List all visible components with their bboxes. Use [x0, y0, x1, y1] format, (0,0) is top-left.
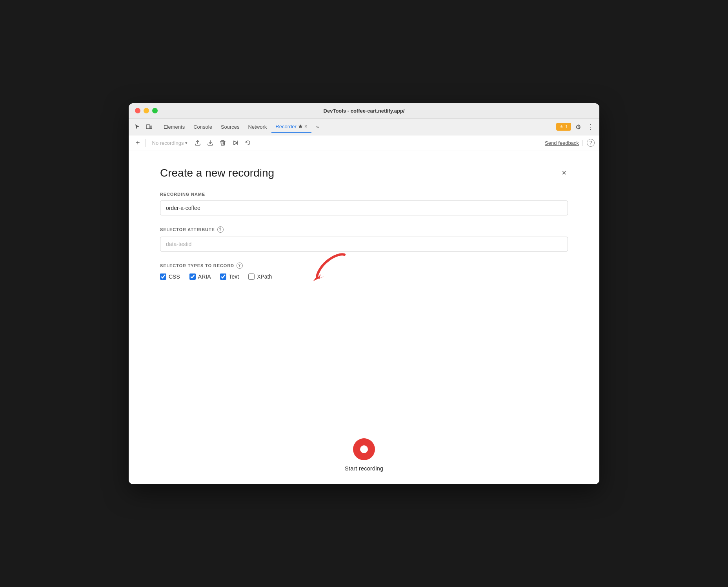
dropdown-chevron-icon: ▾ [185, 140, 187, 146]
replay-icon [245, 140, 251, 146]
settings-icon[interactable]: ⚙ [573, 121, 584, 132]
selector-attribute-label: SELECTOR ATTRIBUTE ? [160, 226, 568, 233]
fullscreen-traffic-light[interactable] [152, 108, 158, 113]
device-icon[interactable] [144, 121, 155, 132]
export-icon [195, 140, 201, 146]
tab-elements[interactable]: Elements [160, 122, 189, 132]
play-button[interactable] [230, 138, 241, 148]
text-checkbox[interactable] [220, 273, 226, 280]
tab-bar-right: ⚠ 1 ⚙ ⋮ [556, 121, 596, 132]
checkboxes-row: CSS ARIA Text XPath [160, 273, 568, 280]
tab-list: Elements Console Sources Network Recorde… [132, 121, 323, 133]
more-options-icon[interactable]: ⋮ [585, 121, 596, 132]
delete-button[interactable] [217, 138, 228, 148]
selector-attribute-section: SELECTOR ATTRIBUTE ? [160, 226, 568, 252]
xpath-checkbox[interactable] [248, 273, 255, 280]
tab-recorder[interactable]: Recorder × [271, 121, 311, 133]
section-divider [160, 291, 568, 291]
minimize-traffic-light[interactable] [144, 108, 149, 113]
export-button[interactable] [192, 138, 203, 148]
main-content: Create a new recording × RECORDING NAME … [129, 151, 599, 426]
cursor-icon[interactable] [132, 121, 143, 132]
title-bar: DevTools - coffee-cart.netlify.app/ [129, 103, 599, 119]
tab-bar: Elements Console Sources Network Recorde… [129, 119, 599, 135]
start-recording-button[interactable] [353, 438, 375, 460]
aria-checkbox[interactable] [189, 273, 196, 280]
recording-name-input[interactable] [160, 201, 568, 215]
record-dot [360, 445, 368, 453]
checkbox-text[interactable]: Text [220, 273, 239, 280]
devtools-window: DevTools - coffee-cart.netlify.app/ Elem… [129, 103, 599, 484]
recorder-toolbar-right: Send feedback | ? [545, 139, 595, 147]
checkbox-aria[interactable]: ARIA [189, 273, 211, 280]
svg-rect-1 [150, 126, 152, 129]
selector-attribute-help-icon[interactable]: ? [217, 226, 224, 233]
help-icon[interactable]: ? [587, 139, 595, 147]
css-checkbox[interactable] [160, 273, 166, 280]
add-recording-button[interactable]: + [133, 137, 142, 149]
toolbar-divider [146, 139, 146, 147]
window-title: DevTools - coffee-cart.netlify.app/ [324, 108, 405, 114]
start-recording-area: Start recording [129, 426, 599, 484]
tab-more[interactable]: » [312, 122, 323, 132]
tab-sources[interactable]: Sources [217, 122, 244, 132]
selector-types-section: SELECTOR TYPES TO RECORD ? CSS ARIA [160, 263, 568, 280]
tab-divider-1 [157, 123, 157, 131]
selector-types-label: SELECTOR TYPES TO RECORD ? [160, 263, 568, 269]
tab-console[interactable]: Console [189, 122, 216, 132]
selector-types-help-icon[interactable]: ? [237, 263, 243, 269]
checkbox-css[interactable]: CSS [160, 273, 180, 280]
close-recorder-tab[interactable]: × [304, 123, 308, 129]
close-dialog-button[interactable]: × [560, 167, 568, 179]
dialog-title: Create a new recording [160, 167, 274, 179]
issues-badge-button[interactable]: ⚠ 1 [556, 123, 571, 131]
recording-name-label: RECORDING NAME [160, 192, 568, 197]
recorder-toolbar: + No recordings ▾ [129, 135, 599, 151]
start-recording-label: Start recording [345, 465, 383, 472]
svg-rect-0 [146, 125, 150, 129]
close-traffic-light[interactable] [135, 108, 140, 113]
import-icon [207, 140, 213, 146]
dialog-header: Create a new recording × [160, 167, 568, 179]
issues-count: 1 [565, 124, 568, 129]
checkbox-xpath[interactable]: XPath [248, 273, 272, 280]
selector-attribute-input[interactable] [160, 237, 568, 252]
tab-network[interactable]: Network [244, 122, 271, 132]
send-feedback-link[interactable]: Send feedback [545, 140, 579, 146]
import-button[interactable] [205, 138, 216, 148]
issues-icon: ⚠ [559, 124, 564, 129]
delete-icon [220, 140, 226, 146]
play-icon [232, 140, 238, 146]
recorder-pin-icon [298, 124, 303, 129]
replay-button[interactable] [242, 138, 253, 148]
traffic-lights [135, 108, 158, 113]
recordings-dropdown[interactable]: No recordings ▾ [149, 139, 191, 148]
recordings-dropdown-label: No recordings [152, 140, 184, 146]
recording-name-section: RECORDING NAME [160, 192, 568, 215]
